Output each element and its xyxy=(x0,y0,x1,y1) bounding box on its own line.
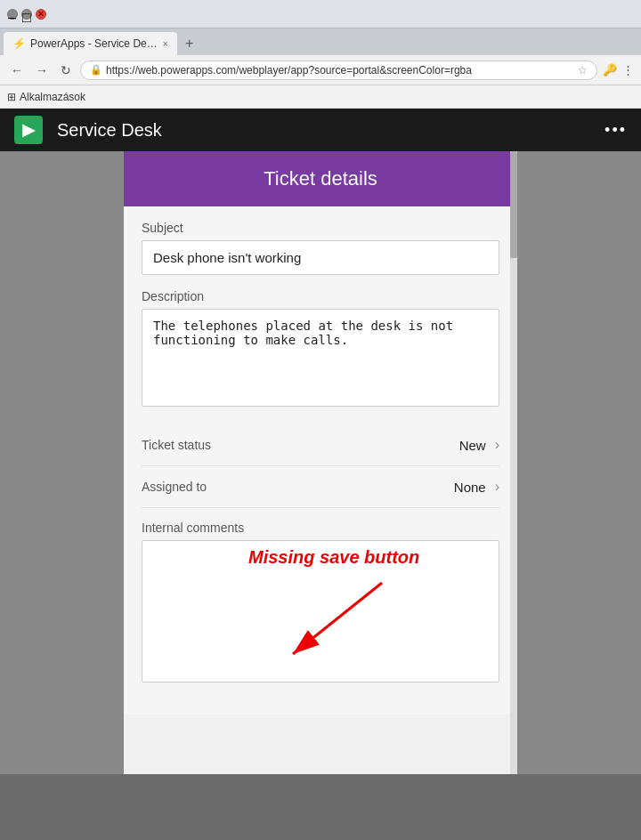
tab-close-icon[interactable]: × xyxy=(163,39,168,49)
app-logo: ▶ xyxy=(14,116,43,144)
description-label: Description xyxy=(142,289,499,303)
description-group: Description xyxy=(142,289,499,410)
extension-key-icon[interactable]: 🔑 xyxy=(603,63,617,77)
app-header: ▶ Service Desk ••• xyxy=(0,109,641,151)
ticket-status-chevron-icon: › xyxy=(495,437,499,453)
assigned-to-value: None xyxy=(454,480,486,495)
description-textarea[interactable] xyxy=(142,309,499,407)
bookmark-apps[interactable]: ⊞ Alkalmazások xyxy=(7,91,85,103)
comments-group: Internal comments Missing save button xyxy=(142,521,499,686)
tab-bar: ⚡ PowerApps - Service De… × + xyxy=(0,28,641,55)
ticket-panel-wrapper: Ticket details Subject Description Ticke… xyxy=(124,151,517,774)
comments-label: Internal comments xyxy=(142,521,499,535)
main-content: Ticket details Subject Description Ticke… xyxy=(0,151,641,774)
url-input[interactable]: 🔒 https://web.powerapps.com/webplayer/ap… xyxy=(80,61,597,80)
subject-label: Subject xyxy=(142,221,499,235)
security-lock-icon: 🔒 xyxy=(90,64,102,76)
window-controls: – □ ✕ xyxy=(7,9,46,20)
play-icon: ▶ xyxy=(22,120,35,140)
refresh-button[interactable]: ↻ xyxy=(57,61,75,79)
subject-group: Subject xyxy=(142,221,499,275)
apps-grid-icon: ⊞ xyxy=(7,91,16,103)
bookmark-label: Alkalmazások xyxy=(20,91,85,103)
bookmark-star-icon[interactable]: ☆ xyxy=(578,64,588,77)
forward-button[interactable]: → xyxy=(32,61,52,79)
new-tab-button[interactable]: + xyxy=(177,32,202,55)
extension-icons: 🔑 ⋮ xyxy=(603,63,634,77)
maximize-button[interactable]: □ xyxy=(21,9,32,20)
ticket-body: Subject Description Ticket status New › … xyxy=(124,206,517,715)
browser-title-bar: – □ ✕ xyxy=(0,0,641,28)
app-title: Service Desk xyxy=(57,120,590,141)
subject-input[interactable] xyxy=(142,240,499,275)
browser-menu-icon[interactable]: ⋮ xyxy=(622,63,634,77)
ticket-status-label: Ticket status xyxy=(142,438,459,452)
tab-label: PowerApps - Service De… xyxy=(30,37,158,50)
scrollbar-track[interactable] xyxy=(510,151,517,774)
app-overflow-menu-icon[interactable]: ••• xyxy=(604,121,627,140)
assigned-to-label: Assigned to xyxy=(142,480,454,494)
ticket-status-row[interactable]: Ticket status New › xyxy=(142,424,499,466)
assigned-to-row[interactable]: Assigned to None › xyxy=(142,466,499,508)
ticket-header: Ticket details xyxy=(124,151,517,206)
tab-favicon: ⚡ xyxy=(12,37,25,50)
address-bar: ← → ↻ 🔒 https://web.powerapps.com/webpla… xyxy=(0,55,641,85)
bookmarks-bar: ⊞ Alkalmazások xyxy=(0,85,641,109)
url-text: https://web.powerapps.com/webplayer/app?… xyxy=(106,64,472,77)
ticket-status-value: New xyxy=(459,438,486,453)
scrollbar-thumb[interactable] xyxy=(510,151,517,258)
active-tab[interactable]: ⚡ PowerApps - Service De… × xyxy=(4,32,177,55)
assigned-to-chevron-icon: › xyxy=(495,479,499,495)
comments-textarea[interactable] xyxy=(142,540,499,682)
ticket-panel: Ticket details Subject Description Ticke… xyxy=(124,151,517,774)
back-button[interactable]: ← xyxy=(7,61,27,79)
close-button[interactable]: ✕ xyxy=(36,9,46,20)
ticket-header-title: Ticket details xyxy=(264,167,377,190)
minimize-button[interactable]: – xyxy=(7,9,18,20)
